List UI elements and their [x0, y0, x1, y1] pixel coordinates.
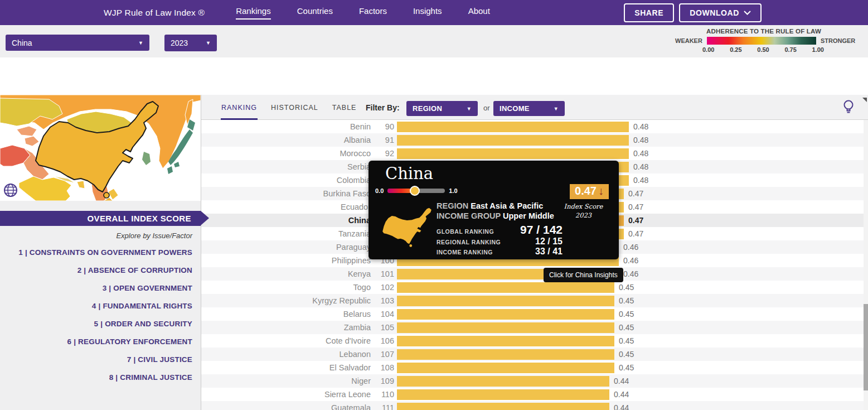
table-row[interactable]: Kenya 101 0.46: [201, 267, 868, 281]
global-ranking-value: 97 / 142: [520, 223, 562, 237]
legend-gradient-bar: [707, 37, 816, 45]
score-value: 0.46: [623, 256, 638, 265]
country-name: Kyrgyz Republic: [201, 296, 371, 305]
factor-item-1[interactable]: 1 | CONSTRAINTS ON GOVERNMENT POWERS: [18, 244, 192, 262]
download-button[interactable]: DOWNLOAD: [679, 3, 762, 22]
country-select[interactable]: China ▼: [6, 35, 149, 51]
score-value: 0.47: [628, 189, 643, 198]
chevron-down-icon: [744, 11, 751, 15]
score-value: 0.45: [619, 296, 634, 305]
nav-link-countries[interactable]: Countries: [297, 6, 333, 20]
score-value: 0.48: [633, 122, 648, 131]
region-filter-select[interactable]: REGION ▼: [406, 101, 478, 116]
table-row[interactable]: Guatemala 111 0.44: [201, 401, 868, 410]
country-name: Ecuador: [201, 202, 371, 211]
filter-by-label: Filter By:: [366, 103, 400, 112]
legend-tick: 0.75: [784, 46, 796, 53]
table-row[interactable]: Benin 90 0.48: [201, 120, 868, 133]
table-row[interactable]: Morocco 92 0.48: [201, 147, 868, 160]
table-row[interactable]: El Salvador 108 0.45: [201, 361, 868, 374]
score-bar[interactable]: [397, 363, 614, 373]
overall-index-score-banner[interactable]: OVERALL INDEX SCORE: [0, 211, 201, 226]
table-row[interactable]: Belarus 104 0.45: [201, 307, 868, 321]
globe-icon[interactable]: [3, 182, 18, 198]
factor-item-8[interactable]: 8 | CRIMINAL JUSTICE: [18, 369, 192, 387]
country-rank: 109: [371, 377, 394, 385]
score-value: 0.46: [623, 243, 638, 252]
factor-item-7[interactable]: 7 | CIVIL JUSTICE: [18, 351, 192, 369]
factor-item-5[interactable]: 5 | ORDER AND SECURITY: [18, 315, 192, 333]
score-value: 0.45: [619, 336, 634, 345]
country-name: Cote d'Ivoire: [201, 336, 371, 345]
score-value: 0.48: [633, 136, 648, 144]
score-bar[interactable]: [397, 122, 629, 132]
factor-item-4[interactable]: 4 | FUNDAMENTAL RIGHTS: [18, 297, 192, 315]
score-bar[interactable]: [397, 322, 614, 333]
table-row[interactable]: Sierra Leone 110 0.44: [201, 388, 868, 401]
country-name: Tanzania: [201, 229, 371, 238]
tooltip-score-slider: 0.0 1.0: [375, 187, 458, 194]
nav-link-rankings[interactable]: Rankings: [236, 6, 271, 20]
legend-weaker-label: WEAKER: [675, 37, 702, 44]
explore-by-factor-label: Explore by Issue/Factor: [116, 231, 192, 240]
slider-knob[interactable]: [410, 186, 420, 196]
year-select[interactable]: 2023 ▼: [164, 35, 217, 51]
factor-item-6[interactable]: 6 | REGULATORY ENFORCEMENT: [18, 333, 192, 351]
table-row[interactable]: Togo 102 0.45: [201, 281, 868, 294]
rankings-panel: RANKINGHISTORICALTABLE Filter By: REGION…: [201, 95, 868, 410]
asia-map[interactable]: [0, 95, 201, 201]
country-name: Togo: [201, 283, 371, 292]
score-bar[interactable]: [397, 349, 614, 360]
country-rank: 106: [371, 336, 394, 345]
country-rank: 91: [371, 136, 394, 144]
score-bar[interactable]: [397, 296, 614, 306]
tab-historical[interactable]: HISTORICAL: [270, 95, 319, 120]
nav-link-factors[interactable]: Factors: [359, 6, 387, 20]
score-bar[interactable]: [397, 389, 609, 400]
score-bar[interactable]: [397, 336, 614, 346]
score-bar[interactable]: [397, 376, 609, 387]
slider-track[interactable]: [387, 189, 445, 193]
legend-tick: 1.00: [812, 46, 824, 53]
tab-table[interactable]: TABLE: [332, 95, 357, 120]
tabs: RANKINGHISTORICALTABLE: [221, 95, 357, 120]
slider-min-label: 0.0: [375, 187, 384, 194]
income-group-value: Upper Middle: [503, 211, 554, 220]
country-rank: 111: [371, 403, 394, 410]
score-value: 0.44: [614, 377, 629, 385]
regional-ranking-label: REGIONAL RANKING: [437, 239, 501, 245]
table-row[interactable]: Lebanon 107 0.45: [201, 348, 868, 361]
income-group-label: INCOME GROUP: [437, 211, 501, 220]
score-value: 0.45: [619, 323, 634, 332]
table-row[interactable]: Albania 91 0.48: [201, 133, 868, 147]
factor-item-3[interactable]: 3 | OPEN GOVERNMENT: [18, 279, 192, 297]
score-bar[interactable]: [397, 403, 609, 410]
score-bar[interactable]: [397, 282, 614, 293]
site-logo[interactable]: WJP Rule of Law Index ®: [104, 8, 205, 18]
share-button[interactable]: SHARE: [624, 3, 674, 22]
lightbulb-icon[interactable]: [842, 99, 855, 116]
insights-tooltip[interactable]: Click for China Insights: [544, 268, 623, 282]
country-rank: 92: [371, 149, 394, 158]
table-row[interactable]: Kyrgyz Republic 103 0.45: [201, 294, 868, 307]
tab-ranking[interactable]: RANKING: [221, 95, 258, 120]
score-bar[interactable]: [397, 309, 614, 320]
table-row[interactable]: Zambia 105 0.45: [201, 321, 868, 334]
table-row[interactable]: Cote d'Ivoire 106 0.45: [201, 334, 868, 348]
country-name: Colombia: [201, 176, 371, 185]
income-filter-select[interactable]: INCOME ▼: [493, 101, 565, 116]
score-bar[interactable]: [397, 135, 629, 146]
tooltip-score-badge: 0.47↓: [570, 184, 609, 199]
scrollbar[interactable]: [864, 120, 868, 410]
score-value: 0.45: [619, 283, 634, 292]
dropdown-arrow-icon: ▼: [206, 40, 211, 46]
scrollbar-thumb[interactable]: [864, 304, 868, 390]
country-tooltip[interactable]: China 0.0 1.0 0.47↓ Index Score 2023: [368, 161, 619, 259]
nav-links: RankingsCountriesFactorsInsightsAbout: [236, 6, 490, 20]
nav-link-about[interactable]: About: [468, 6, 490, 20]
country-rank: 90: [371, 122, 394, 131]
factor-item-2[interactable]: 2 | ABSENCE OF CORRUPTION: [18, 262, 192, 279]
table-row[interactable]: Niger 109 0.44: [201, 374, 868, 388]
score-bar[interactable]: [397, 148, 629, 159]
nav-link-insights[interactable]: Insights: [413, 6, 442, 20]
